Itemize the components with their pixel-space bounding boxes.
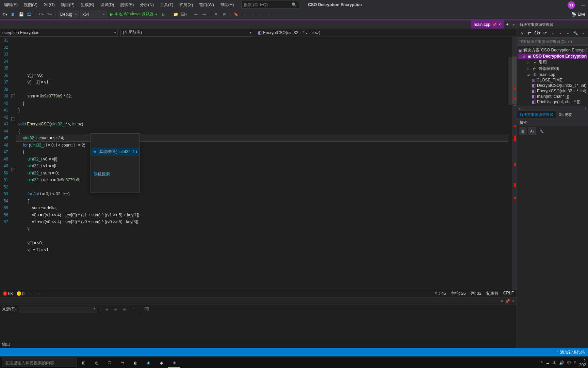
new-file-icon[interactable]: 🗎 <box>10 11 16 18</box>
se-home-icon[interactable]: ⌂ <box>519 30 524 36</box>
se-icon-9[interactable]: ▫ <box>581 30 586 36</box>
output-icon-2[interactable]: ≣ <box>112 306 119 312</box>
intellisense-popup[interactable]: ◈ (局部变量) uint32_t i 联机搜索 <box>91 133 140 193</box>
toolbar-icon-1[interactable]: 📁 <box>173 11 179 18</box>
tray-vol-icon[interactable]: 🔊 <box>559 361 564 365</box>
tree-func-closetime[interactable]: ⊞CLOSE_TIME <box>518 77 587 83</box>
tree-func-main[interactable]: ◧main(int, char * []) <box>518 94 587 99</box>
se-icon-5[interactable]: ▫ <box>550 30 555 36</box>
system-tray[interactable]: ^ ☁ 🖧 🔊 中 S 1202 <box>541 359 586 367</box>
taskbar-explorer-icon[interactable]: 🗀 <box>116 358 129 368</box>
taskbar-edge-icon[interactable]: ◉ <box>142 358 154 368</box>
solution-tree[interactable]: ▣解决方案"CSO Decryption Encryption"( ◢▣CSO … <box>517 46 588 106</box>
menu-project[interactable]: 项目(P) <box>58 1 77 9</box>
nav-forward-icon[interactable]: → <box>37 291 41 296</box>
status-eol[interactable]: CRLF <box>503 291 514 296</box>
se-wrench-icon[interactable]: 🔧 <box>573 30 578 36</box>
tree-func-encrypt[interactable]: ◧EncryptCSO(uint32_t *, int) <box>518 88 587 94</box>
run-debugger-button[interactable]: ▶ 本地 Windows 调试器 ▾ <box>108 11 159 17</box>
menu-extensions[interactable]: 扩展(X) <box>177 1 196 9</box>
intellisense-online-search[interactable]: 联机搜索 <box>91 170 140 179</box>
props-wrench-icon[interactable]: 🔧 <box>538 127 545 135</box>
bookmark-icon[interactable]: 🔖 <box>233 11 240 18</box>
status-char[interactable]: 字符: 26 <box>451 291 466 296</box>
save-icon[interactable]: 💾 <box>18 11 24 18</box>
tray-net-icon[interactable]: 🖧 <box>552 361 556 365</box>
scroll-right-icon[interactable]: ▸ <box>583 106 588 111</box>
menu-git[interactable]: Git(G) <box>41 1 58 9</box>
scroll-left-icon[interactable]: ◂ <box>517 106 522 111</box>
uncomment-icon[interactable]: ≢ <box>221 11 228 18</box>
code-editor[interactable]: 3132333435363738394041424344454647484950… <box>0 37 517 290</box>
user-avatar[interactable]: YT <box>568 1 575 9</box>
output-footer-tab[interactable]: 输出 <box>0 341 517 348</box>
tab-options-icon[interactable]: ✦ <box>504 20 511 29</box>
run-noDebug-icon[interactable]: ▷ <box>161 11 167 18</box>
menu-debug[interactable]: 调试(D) <box>98 1 117 9</box>
tree-file-main[interactable]: ◢⧉main.cpp <box>518 72 587 77</box>
menu-edit[interactable]: 编辑(E) <box>1 1 20 9</box>
platform-dropdown[interactable]: x64 <box>80 11 107 18</box>
undo-icon[interactable]: ↶▾ <box>38 11 45 18</box>
crumb-scope-dropdown[interactable]: (全局范围) <box>120 29 253 36</box>
taskview-icon[interactable]: ⊞ <box>78 358 90 368</box>
menu-test[interactable]: 测试(S) <box>117 1 136 9</box>
se-icon-6[interactable]: ▫ <box>558 30 563 36</box>
output-icon-4[interactable]: ≡ <box>130 306 137 312</box>
menu-analyze[interactable]: 分析(N) <box>137 1 157 9</box>
live-share-button[interactable]: 📡 Live <box>571 12 585 17</box>
redo-icon[interactable]: ↷▾ <box>46 11 53 18</box>
fold-gutter[interactable]: --- <box>10 37 16 290</box>
output-clear-icon[interactable]: ⌧ <box>143 306 150 312</box>
expand-icon[interactable]: ▷ <box>527 61 531 64</box>
toolbar-icon-a[interactable]: ▫ <box>241 11 248 18</box>
tree-project[interactable]: ◢▣CSO Decryption Encryption <box>518 53 587 59</box>
nav-back-icon[interactable]: ← <box>29 291 33 296</box>
code-area[interactable]: ◈ (局部变量) uint32_t i 联机搜索 v[i] = v0; v[i … <box>16 37 517 290</box>
output-icon-3[interactable]: ≣ <box>121 306 128 312</box>
expand-icon[interactable]: ▷ <box>527 67 531 71</box>
save-all-icon[interactable]: 🖫 <box>26 11 33 18</box>
menu-build[interactable]: 生成(B) <box>78 1 97 9</box>
tab-git-changes[interactable]: Git 更改 <box>556 111 575 118</box>
output-pin-icon[interactable]: 📌 <box>505 299 510 304</box>
output-dropdown-icon[interactable]: ▾ <box>501 299 503 304</box>
menu-help[interactable]: 帮助(H) <box>217 1 237 9</box>
menu-tools[interactable]: 工具(T) <box>157 1 176 9</box>
status-tabs[interactable]: 制表符 <box>486 291 499 296</box>
indent-out-icon[interactable]: ⇤ <box>193 11 199 18</box>
tree-func-decrypt[interactable]: ◧DecryptCSO(uint32_t *, int) <box>518 83 587 88</box>
tray-up-icon[interactable]: ^ <box>541 361 543 365</box>
se-refresh-icon[interactable]: 🗘▾ <box>534 30 540 36</box>
config-dropdown[interactable]: Debug <box>58 11 79 18</box>
warning-count[interactable]: !0 <box>17 291 24 296</box>
toolbar-icon-d[interactable]: ▫ <box>265 11 272 18</box>
tray-app-icon[interactable]: S <box>574 361 576 365</box>
expand-icon[interactable]: ◢ <box>527 73 531 76</box>
status-col[interactable]: 列: 32 <box>471 291 481 296</box>
error-count[interactable]: ✕58 <box>3 291 13 296</box>
taskbar-app-4[interactable]: ◐ <box>129 358 142 368</box>
toolbar-icon-b[interactable]: ▫ <box>249 11 256 18</box>
pin-icon[interactable]: 📌 <box>492 23 496 27</box>
props-sort-icon[interactable]: A↓ <box>528 127 536 135</box>
editor-tab-main[interactable]: main.cpp 📌 × <box>471 20 504 29</box>
close-tab-icon[interactable]: × <box>499 22 501 27</box>
tree-func-printusage[interactable]: ◧PrintUsage(int, char * []) <box>518 99 587 105</box>
tab-solution-explorer[interactable]: 解决方案资源管理器 <box>517 111 556 118</box>
solution-search-input[interactable]: 搜索解决方案资源管理器(Ctrl+;) <box>517 37 588 46</box>
taskbar-app-1[interactable]: ◎ <box>91 358 103 368</box>
props-categorize-icon[interactable]: ⊞ <box>519 127 526 135</box>
taskbar-app-6[interactable]: ◆ <box>155 358 167 368</box>
solution-hscroll[interactable]: ◂ ▸ <box>517 106 588 111</box>
tree-external-deps[interactable]: ▷🗀外部依赖项 <box>518 65 587 72</box>
output-close-icon[interactable]: × <box>512 299 514 304</box>
se-nav-icon[interactable]: ⇄ <box>526 30 532 36</box>
indent-in-icon[interactable]: ⇥ <box>201 11 208 18</box>
minimize-button[interactable]: — <box>581 3 585 7</box>
add-tab-icon[interactable]: ＋ <box>511 20 517 29</box>
taskbar-vs-icon[interactable]: ◈ <box>168 358 180 368</box>
status-line[interactable]: 行: 45 <box>435 291 446 296</box>
taskbar-app-2[interactable]: 🛡 <box>103 358 116 368</box>
se-sync-icon[interactable]: ⟳ <box>542 30 548 36</box>
